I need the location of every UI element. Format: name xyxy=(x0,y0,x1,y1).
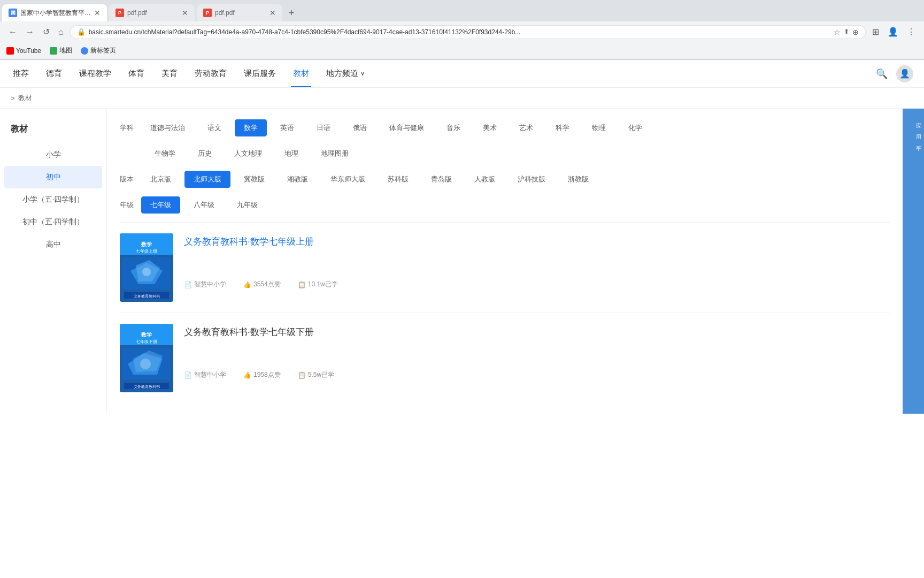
sidebar-item-gaozhong[interactable]: 高中 xyxy=(0,233,106,256)
bookmark-newtab[interactable]: 新标签页 xyxy=(81,46,116,55)
filter-subject-yinyue[interactable]: 音乐 xyxy=(437,119,469,136)
filter-grade-8[interactable]: 八年级 xyxy=(184,196,224,214)
nav-items: 推荐 德育 课程教学 体育 美育 劳动教育 课后服务 教材 地方频道 ∨ xyxy=(11,60,872,87)
grade-filter-row: 年级 七年级 八年级 九年级 xyxy=(120,196,890,214)
new-tab-button[interactable]: + xyxy=(284,7,299,19)
tab-close-3[interactable]: ✕ xyxy=(270,9,276,17)
filter-subject-yishu[interactable]: 艺术 xyxy=(510,119,542,136)
nav-deyu[interactable]: 德育 xyxy=(44,60,64,87)
nav-difang[interactable]: 地方频道 ∨ xyxy=(324,60,367,87)
search-button[interactable]: 🔍 xyxy=(872,64,892,84)
filter-subject-kexue[interactable]: 科学 xyxy=(546,119,579,136)
sidebar-item-chuzhong[interactable]: 初中 xyxy=(4,166,102,188)
tab-close-2[interactable]: ✕ xyxy=(182,9,188,17)
svg-text:七年级下册: 七年级下册 xyxy=(136,339,157,344)
filter-grade-7[interactable]: 七年级 xyxy=(141,196,180,214)
content-list: 数学 七年级上册 义务教育教科书 义务教育教科书·数学七 xyxy=(120,222,890,403)
filter-edition-huke[interactable]: 沪科技版 xyxy=(509,171,555,188)
bookmark-map[interactable]: 地图 xyxy=(50,46,72,55)
filter-subject-lishi[interactable]: 历史 xyxy=(189,145,221,162)
filter-edition-huadong[interactable]: 华东师大版 xyxy=(321,171,374,188)
filter-grade-9[interactable]: 九年级 xyxy=(228,196,267,214)
like-icon-1: 👍 xyxy=(243,281,251,288)
book-title-2[interactable]: 义务教育教科书·数学七年级下册 xyxy=(184,326,890,338)
sidebar-title: 教材 xyxy=(0,119,106,143)
svg-text:数学: 数学 xyxy=(141,332,152,338)
filter-edition-zhejiao[interactable]: 浙教版 xyxy=(559,171,598,188)
refresh-button[interactable]: ↺ xyxy=(41,25,52,39)
map-favicon xyxy=(50,47,57,55)
student-icon-1: 📋 xyxy=(298,281,306,288)
nav-jiaocai[interactable]: 教材 xyxy=(291,60,311,87)
extensions-button[interactable]: ⊞ xyxy=(870,25,881,39)
filter-content-area: 学科 道德与法治 语文 数学 英语 日语 俄语 体育与健康 音乐 美术 艺术 科… xyxy=(107,109,903,414)
back-button[interactable]: ← xyxy=(6,25,19,39)
tab-close-1[interactable]: ✕ xyxy=(94,9,101,17)
filter-subject-daode[interactable]: 道德与法治 xyxy=(141,119,194,136)
breadcrumb-arrow: > xyxy=(11,94,15,102)
filter-subject-tiyu[interactable]: 体育与健康 xyxy=(380,119,433,136)
customize-icon[interactable]: ⊕ xyxy=(852,28,859,36)
book-info-1: 义务教育教科书·数学七年级上册 📄 智慧中小学 👍 3554点赞 xyxy=(184,233,890,289)
book-item-2: 数学 七年级下册 义务教育教科书 义务教育教科书·数学七 xyxy=(120,313,890,403)
book-cover-2[interactable]: 数学 七年级下册 义务教育教科书 xyxy=(120,324,173,392)
like-icon-2: 👍 xyxy=(243,371,251,379)
page-content: 推荐 德育 课程教学 体育 美育 劳动教育 课后服务 教材 地方频道 ∨ 🔍 👤… xyxy=(0,60,924,578)
share-icon[interactable]: ⬆ xyxy=(844,28,849,36)
nav-meiyu[interactable]: 美育 xyxy=(159,60,180,87)
nav-tuijian[interactable]: 推荐 xyxy=(11,60,31,87)
filter-subject-yingyu[interactable]: 英语 xyxy=(271,119,303,136)
filter-subject-dili[interactable]: 地理 xyxy=(275,145,307,162)
filter-subject-wuli[interactable]: 物理 xyxy=(583,119,615,136)
filter-edition-suke[interactable]: 苏科版 xyxy=(379,171,418,188)
filter-subject-shengwu[interactable]: 生物学 xyxy=(145,145,184,162)
bookmark-icon[interactable]: ☆ xyxy=(834,28,841,36)
filter-subject-eyu[interactable]: 俄语 xyxy=(344,119,376,136)
nav-tiyu[interactable]: 体育 xyxy=(126,60,147,87)
sidebar-item-xiaoxue54[interactable]: 小学（五·四学制） xyxy=(0,188,106,211)
book-publisher-1: 📄 智慧中小学 xyxy=(184,280,226,289)
filter-subject-riyu[interactable]: 日语 xyxy=(307,119,340,136)
svg-point-17 xyxy=(140,359,151,369)
filter-subject-renwen[interactable]: 人文地理 xyxy=(225,145,271,162)
newtab-label: 新标签页 xyxy=(90,46,116,55)
filter-subject-meishu[interactable]: 美术 xyxy=(474,119,506,136)
tab-2[interactable]: P pdf.pdf ✕ xyxy=(109,4,195,21)
filter-edition-bsd[interactable]: 北师大版 xyxy=(184,171,230,188)
sidebar-item-chuzhong54[interactable]: 初中（五·四学制） xyxy=(0,211,106,233)
book-title-1[interactable]: 义务教育教科书·数学七年级上册 xyxy=(184,235,890,248)
home-button[interactable]: ⌂ xyxy=(56,25,66,39)
filter-edition-renjiao[interactable]: 人教版 xyxy=(465,171,504,188)
book-likes-2: 👍 1958点赞 xyxy=(243,370,281,379)
sidebar: 教材 小学 初中 小学（五·四学制） 初中（五·四学制） 高中 xyxy=(0,109,107,414)
more-button[interactable]: ⋮ xyxy=(905,25,918,39)
filter-edition-beijing[interactable]: 北京版 xyxy=(141,171,180,188)
nav-kehougfuwu[interactable]: 课后服务 xyxy=(242,60,278,87)
tab-active[interactable]: 国 国家中小学智慧教育平… ✕ xyxy=(2,4,107,21)
forward-button[interactable]: → xyxy=(24,25,36,39)
rs-item-1[interactable]: 应 xyxy=(903,113,924,124)
filter-subject-huaxue[interactable]: 化学 xyxy=(619,119,651,136)
rs-item-3[interactable]: 平 xyxy=(903,136,924,147)
breadcrumb-jiaocai[interactable]: 教材 xyxy=(18,93,32,103)
filter-edition-qingdao[interactable]: 青岛版 xyxy=(422,171,461,188)
user-avatar[interactable]: 👤 xyxy=(896,65,913,82)
filter-subject-yuwen[interactable]: 语文 xyxy=(198,119,230,136)
bookmark-youtube[interactable]: YouTube xyxy=(6,47,41,55)
filter-edition-xiangjiao[interactable]: 湘教版 xyxy=(278,171,317,188)
nav-kecheng[interactable]: 课程教学 xyxy=(77,60,113,87)
filter-edition-jijiao[interactable]: 冀教版 xyxy=(235,171,274,188)
nav-laodong[interactable]: 劳动教育 xyxy=(192,60,229,87)
map-label: 地图 xyxy=(59,46,72,55)
filter-subject-dilituce[interactable]: 地理图册 xyxy=(312,145,358,162)
tab-3[interactable]: P pdf.pdf ✕ xyxy=(197,4,282,21)
sidebar-item-xiaoxue[interactable]: 小学 xyxy=(0,143,106,166)
profile-button[interactable]: 👤 xyxy=(886,25,900,39)
address-bar: ← → ↺ ⌂ 🔒 basic.smartedu.cn/tchMaterial?… xyxy=(0,21,924,42)
book-cover-1[interactable]: 数学 七年级上册 义务教育教科书 xyxy=(120,233,173,302)
url-bar[interactable]: 🔒 basic.smartedu.cn/tchMaterial?defaultT… xyxy=(70,25,866,39)
book-meta-2: 📄 智慧中小学 👍 1958点赞 📋 5.5w已学 xyxy=(184,370,890,379)
book-item-1: 数学 七年级上册 义务教育教科书 义务教育教科书·数学七 xyxy=(120,222,890,313)
rs-item-2[interactable]: 用 xyxy=(903,125,924,135)
filter-subject-shuxue[interactable]: 数学 xyxy=(235,119,267,136)
